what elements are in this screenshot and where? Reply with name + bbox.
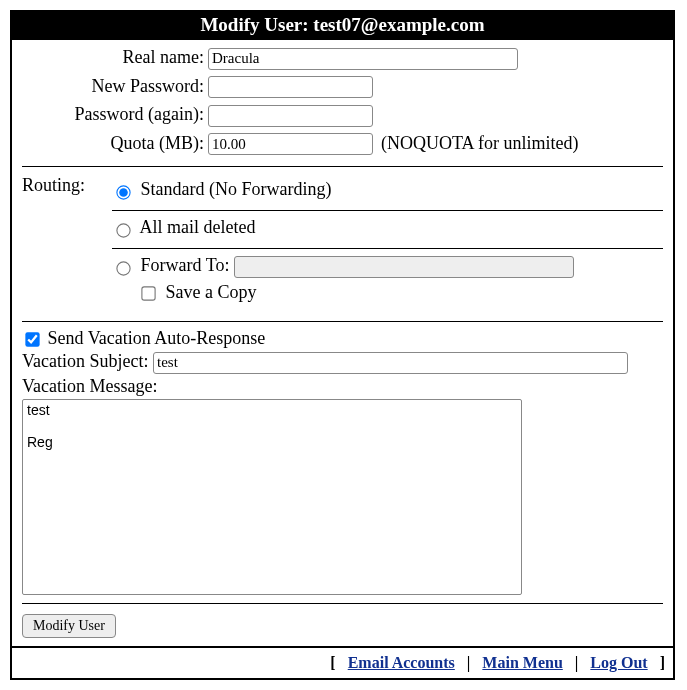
main-menu-link[interactable]: Main Menu [482,654,562,671]
routing-deleted-label: All mail deleted [140,217,256,237]
routing-option-standard: Standard (No Forwarding) [112,173,663,211]
vacation-subject-label: Vacation Subject: [22,351,148,371]
password-again-input[interactable] [208,105,373,127]
routing-option-forward: Forward To: Save a Copy [112,249,663,313]
forward-to-input[interactable] [234,256,574,278]
routing-radio-standard[interactable] [116,185,130,199]
email-accounts-link[interactable]: Email Accounts [348,654,455,671]
separator [22,603,663,604]
routing-option-deleted: All mail deleted [112,211,663,249]
new-password-label: New Password: [22,73,206,102]
user-fields-table: Real name: New Password: Password (again… [22,44,663,158]
footer-nav: [ Email Accounts | Main Menu | Log Out ] [12,646,673,678]
routing-radio-forward[interactable] [116,261,130,275]
real-name-label: Real name: [22,44,206,73]
new-password-input[interactable] [208,76,373,98]
vacation-message-label: Vacation Message: [22,376,157,396]
routing-radio-deleted[interactable] [116,223,130,237]
vacation-send-checkbox[interactable] [25,333,39,347]
modify-user-window: Modify User: test07@example.com Real nam… [10,10,675,680]
window-title: Modify User: test07@example.com [12,12,673,40]
form-content: Real name: New Password: Password (again… [12,40,673,646]
log-out-link[interactable]: Log Out [590,654,647,671]
vacation-message-textarea[interactable] [22,399,522,595]
vacation-send-label: Send Vacation Auto-Response [48,328,266,348]
vacation-section: Send Vacation Auto-Response Vacation Sub… [22,328,663,595]
separator [22,321,663,322]
modify-user-button[interactable]: Modify User [22,614,116,638]
routing-standard-label: Standard (No Forwarding) [141,179,332,199]
routing-label: Routing: [22,173,112,196]
quota-label: Quota (MB): [22,130,206,159]
password-again-label: Password (again): [22,101,206,130]
quota-input[interactable] [208,133,373,155]
save-copy-checkbox[interactable] [141,286,155,300]
real-name-input[interactable] [208,48,518,70]
save-copy-label: Save a Copy [166,282,257,302]
routing-forward-label: Forward To: [141,255,230,275]
quota-hint: (NOQUOTA for unlimited) [381,133,579,153]
vacation-subject-input[interactable] [153,352,628,374]
routing-section: Routing: Standard (No Forwarding) All ma… [22,173,663,313]
separator [22,166,663,167]
